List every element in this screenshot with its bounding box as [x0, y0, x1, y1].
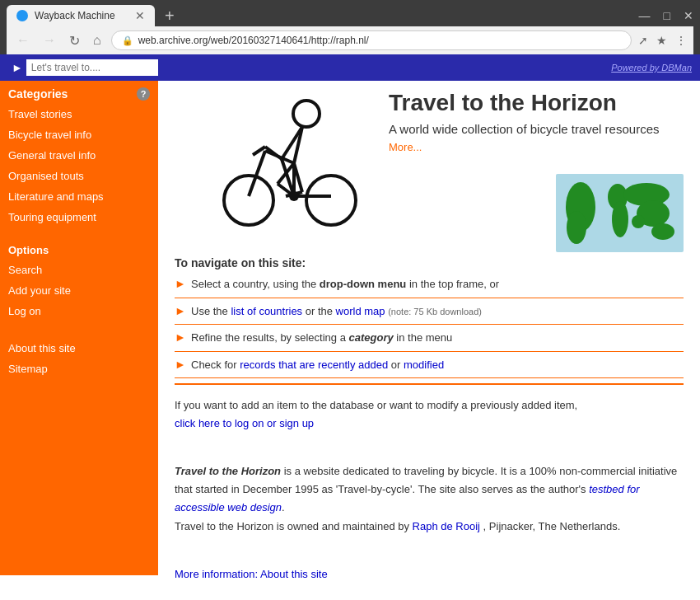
tab-title: Wayback Machine	[35, 10, 115, 21]
navigation-section: To navigate on this site: ► Select a cou…	[175, 256, 684, 584]
svg-line-12	[249, 151, 265, 196]
add-item-section: If you want to add an item to the databa…	[175, 396, 684, 433]
sidebar-item-about[interactable]: About this site	[0, 338, 158, 359]
svg-point-19	[567, 211, 586, 244]
map-note: (note: 75 Kb download)	[388, 307, 482, 316]
nav-item-2: ► Use the list of countries or the world…	[175, 303, 684, 326]
body-period: .	[282, 501, 285, 513]
nav-item-text-1: Select a country, using the drop-down me…	[191, 276, 499, 293]
menu-icon[interactable]: ⋮	[675, 34, 687, 47]
address-bar-row: ← → ↻ ⌂ 🔒 web.archive.org/web/2016032714…	[7, 26, 693, 54]
login-signup-link[interactable]: click here to log on or sign up	[175, 417, 314, 429]
categories-label: Categories	[8, 87, 68, 101]
svg-point-25	[632, 215, 645, 228]
address-text: web.archive.org/web/20160327140641/http:…	[138, 35, 369, 46]
address-bar[interactable]: 🔒 web.archive.org/web/20160327140641/htt…	[111, 30, 632, 50]
page-wrapper: ► Powered by DBMan Categories ? Travel s…	[0, 54, 700, 592]
body-italic: Travel to the Horizon	[175, 465, 281, 477]
svg-point-14	[224, 176, 273, 225]
add-item-text: If you want to add an item to the databa…	[175, 399, 577, 411]
svg-point-24	[651, 223, 674, 240]
sidebar-spacer-2	[0, 321, 158, 331]
active-tab[interactable]: Wayback Machine ✕	[7, 5, 155, 26]
close-window-button[interactable]: ✕	[684, 9, 693, 22]
world-map-link[interactable]: world map	[336, 305, 385, 317]
sidebar-item-sitemap[interactable]: Sitemap	[0, 359, 158, 379]
window-controls: — □ ✕	[639, 9, 693, 22]
more-info-section: More information: About this site	[175, 547, 684, 584]
nav-arrow-3: ►	[175, 330, 186, 344]
search-input[interactable]	[26, 59, 158, 76]
powered-by-link[interactable]: Powered by DBMan	[611, 63, 692, 73]
sidebar-item-touring-equipment[interactable]: Touring equipment	[0, 207, 158, 227]
bookmark-icon[interactable]: ★	[656, 34, 667, 47]
hero-text: Travel to the Horizon A world wide colle…	[389, 89, 659, 153]
nav-bottom-border	[175, 383, 684, 385]
sidebar-item-travel-stories[interactable]: Travel stories	[0, 104, 158, 124]
dropdown-emphasis: drop-down menu	[320, 278, 406, 290]
body-text-3: , Pijnacker, The Netherlands.	[483, 520, 621, 532]
nav-arrow-2: ►	[175, 304, 186, 317]
home-button[interactable]: ⌂	[90, 31, 105, 49]
nav-item-3: ► Refine the results, by selecting a cat…	[175, 330, 684, 352]
categories-header: Categories ?	[0, 81, 158, 104]
share-icon[interactable]: ➚	[638, 34, 648, 47]
sidebar-item-search[interactable]: Search	[0, 260, 158, 280]
search-submit-button[interactable]: ►	[8, 59, 26, 76]
search-form: ►	[8, 59, 158, 76]
sidebar-item-literature-maps[interactable]: Literature and maps	[0, 186, 158, 207]
tab-close-button[interactable]: ✕	[135, 9, 145, 22]
list-of-countries-link[interactable]: list of countries	[231, 305, 302, 317]
content-area: Travel to the Horizon A world wide colle…	[158, 81, 700, 592]
nav-item-text-3: Refine the results, by selecting a categ…	[191, 330, 452, 346]
nav-item-text-2: Use the list of countries or the world m…	[191, 303, 482, 320]
reload-button[interactable]: ↻	[66, 31, 83, 50]
sidebar-item-organised-touts[interactable]: Organised touts	[0, 166, 158, 186]
nav-item-4: ► Check for records that are recently ad…	[175, 357, 684, 379]
browser-chrome: Wayback Machine ✕ + — □ ✕ ← → ↻ ⌂ 🔒 web.…	[0, 0, 700, 54]
tab-bar: Wayback Machine ✕ + — □ ✕	[7, 5, 693, 26]
sidebar-item-general-travel[interactable]: General travel info	[0, 145, 158, 166]
svg-point-21	[612, 201, 628, 237]
new-tab-button[interactable]: +	[158, 7, 181, 26]
maximize-button[interactable]: □	[664, 9, 670, 22]
svg-point-16	[289, 191, 299, 201]
nav-item-1: ► Select a country, using the drop-down …	[175, 276, 684, 298]
nav-arrow-4: ►	[175, 358, 186, 371]
bicycle-rider-image	[175, 89, 364, 229]
modified-link[interactable]: modified	[404, 359, 444, 371]
category-emphasis: category	[349, 331, 394, 344]
hero-more-link[interactable]: More...	[389, 141, 659, 153]
help-icon[interactable]: ?	[137, 87, 150, 101]
sidebar-spacer-1	[0, 227, 158, 237]
options-label: Options	[0, 237, 158, 260]
forward-button[interactable]: →	[40, 31, 59, 49]
hero-subtitle: A world wide collection of bicycle trave…	[389, 122, 659, 136]
back-button[interactable]: ←	[13, 31, 33, 49]
svg-line-13	[265, 151, 294, 163]
nav-arrow-1: ►	[175, 277, 186, 290]
raph-link[interactable]: Raph de Rooij	[413, 520, 480, 532]
top-search-bar: ► Powered by DBMan	[0, 54, 700, 81]
nav-item-text-4: Check for records that are recently adde…	[191, 357, 444, 373]
about-site-link[interactable]: More information: About this site	[175, 568, 328, 580]
nav-title: To navigate on this site:	[175, 256, 684, 270]
world-map-container	[556, 174, 684, 255]
minimize-button[interactable]: —	[639, 9, 651, 22]
tab-favicon	[16, 10, 28, 21]
about-section: Travel to the Horizon is a website dedic…	[175, 444, 684, 535]
hero-title: Travel to the Horizon	[389, 89, 659, 117]
world-map-svg	[556, 174, 684, 252]
body-text-2: Travel to the Horizon is owned and maint…	[175, 520, 413, 532]
sidebar-item-bicycle-travel[interactable]: Bicycle travel info	[0, 124, 158, 145]
sidebar-item-log-on[interactable]: Log on	[0, 301, 158, 321]
svg-point-0	[293, 101, 320, 127]
recently-added-link[interactable]: records that are recently added	[240, 359, 388, 371]
bike-icon-container	[175, 89, 372, 232]
sidebar-divider	[0, 331, 158, 338]
sidebar-item-add-site[interactable]: Add your site	[0, 280, 158, 301]
browser-action-buttons: ➚ ★ ⋮	[638, 34, 687, 47]
lock-icon: 🔒	[122, 35, 133, 46]
svg-point-15	[306, 176, 356, 225]
main-layout: Categories ? Travel stories Bicycle trav…	[0, 81, 700, 592]
